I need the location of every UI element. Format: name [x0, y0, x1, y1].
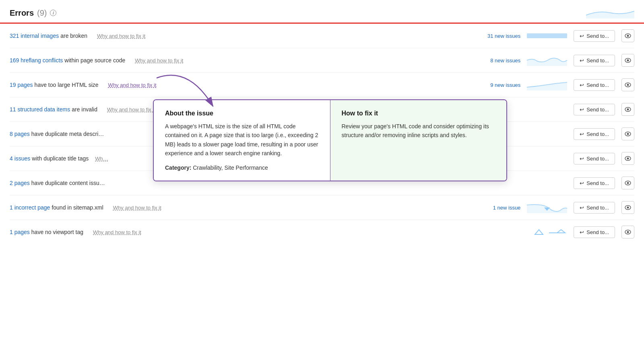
send-icon: ↩	[580, 229, 584, 235]
table-row: 1 pages have no viewport tag Why and how…	[10, 220, 634, 244]
new-issues-badge: 8 new issues	[480, 58, 520, 64]
send-button[interactable]: ↩ Send to...	[574, 202, 615, 214]
why-fix-link[interactable]: Why and how to fix it	[135, 58, 183, 64]
header-left: Errors (9) i	[10, 8, 56, 18]
send-button[interactable]: ↩ Send to...	[574, 79, 615, 91]
eye-icon	[625, 131, 631, 137]
row-issue-link[interactable]: 2 pages	[10, 180, 30, 186]
table-row: 19 pages have too large HTML size Why an…	[10, 73, 634, 97]
send-button[interactable]: ↩ Send to...	[574, 226, 615, 238]
row-right: ↩ Send to...	[506, 103, 634, 116]
row-issue-link[interactable]: 4 issues	[10, 155, 30, 162]
eye-button[interactable]	[621, 54, 634, 67]
svg-point-17	[627, 207, 629, 209]
svg-point-10	[627, 133, 629, 135]
send-icon: ↩	[580, 107, 584, 113]
row-plain-text: have duplicate content issu…	[31, 180, 105, 186]
header: Errors (9) i	[0, 0, 644, 18]
row-right: 31 new issues ↩ Send to...	[480, 29, 634, 42]
svg-point-4	[627, 60, 629, 62]
page-title: Errors	[10, 8, 34, 18]
eye-icon	[625, 229, 631, 235]
why-fix-link[interactable]: Why and how to fix it	[113, 205, 161, 211]
send-button[interactable]: ↩ Send to...	[574, 153, 615, 164]
row-plain-text: have duplicate meta descri…	[31, 131, 104, 137]
send-icon: ↩	[580, 180, 584, 186]
row-plain-text: within page source code	[64, 57, 125, 64]
error-count: (9)	[37, 8, 47, 18]
new-issues-badge: 9 new issues	[480, 82, 520, 88]
why-fix-link[interactable]: Wh…	[95, 156, 108, 162]
table-row: 321 internal images are broken Why and h…	[10, 24, 634, 48]
new-issues-badge: 1 new issue	[480, 205, 520, 211]
send-icon: ↩	[580, 156, 584, 162]
row-right: 1 new issue ↩ Send to...	[480, 201, 634, 214]
row-text: 321 internal images are broken Why and h…	[10, 33, 480, 39]
table-row: 169 hreflang conflicts within page sourc…	[10, 48, 634, 73]
row-plain-text: have no viewport tag	[31, 229, 83, 235]
send-label: Send to...	[586, 131, 609, 137]
send-icon: ↩	[580, 58, 584, 64]
send-label: Send to...	[586, 33, 609, 39]
tooltip-left-panel: About the issue A webpage's HTML size is…	[154, 100, 330, 181]
why-fix-link[interactable]: Why and how to fix it	[97, 33, 145, 39]
eye-button[interactable]	[621, 29, 634, 42]
svg-point-14	[627, 182, 629, 184]
send-button[interactable]: ↩ Send to...	[574, 177, 615, 189]
eye-button[interactable]	[621, 103, 634, 116]
send-icon: ↩	[580, 131, 584, 137]
eye-icon	[625, 155, 631, 162]
trend-chart	[527, 55, 567, 66]
svg-rect-0	[527, 33, 567, 38]
row-right: ↩ Send to...	[480, 226, 634, 238]
row-issue-link[interactable]: 169 hreflang conflicts	[10, 57, 63, 64]
row-issue-link[interactable]: 11 structured data items	[10, 106, 70, 113]
tooltip-about-body: A webpage's HTML size is the size of all…	[165, 122, 319, 158]
row-issue-link[interactable]: 1 incorrect page	[10, 204, 50, 211]
eye-button[interactable]	[621, 226, 634, 238]
row-plain-text: are invalid	[72, 106, 97, 113]
send-button[interactable]: ↩ Send to...	[574, 55, 615, 66]
trend-chart	[527, 202, 567, 213]
trend-chart	[527, 30, 567, 41]
eye-icon	[625, 106, 631, 113]
why-fix-link[interactable]: Why and how to fix it	[107, 107, 155, 113]
send-icon: ↩	[580, 82, 584, 88]
eye-button[interactable]	[621, 127, 634, 140]
row-issue-link[interactable]: 8 pages	[10, 131, 30, 137]
svg-point-8	[627, 109, 629, 111]
svg-point-12	[627, 158, 629, 160]
info-icon[interactable]: i	[50, 10, 56, 16]
eye-button[interactable]	[621, 78, 634, 91]
send-label: Send to...	[586, 229, 609, 235]
table-row: 1 incorrect page found in sitemap.xml Wh…	[10, 195, 634, 220]
row-text: 1 incorrect page found in sitemap.xml Wh…	[10, 204, 480, 211]
send-button[interactable]: ↩ Send to...	[574, 128, 615, 140]
svg-point-22	[627, 231, 629, 233]
eye-button[interactable]	[621, 177, 634, 189]
send-button[interactable]: ↩ Send to...	[574, 30, 615, 42]
new-issues-badge: 31 new issues	[480, 33, 520, 39]
eye-button[interactable]	[621, 152, 634, 165]
tooltip-about-heading: About the issue	[165, 110, 319, 117]
send-label: Send to...	[586, 107, 609, 113]
svg-marker-18	[535, 230, 543, 234]
row-right: ↩ Send to...	[506, 152, 634, 165]
why-fix-link[interactable]: Why and how to fix it	[108, 82, 157, 88]
tooltip-popup: About the issue A webpage's HTML size is…	[153, 99, 507, 181]
header-chart	[586, 7, 634, 18]
tooltip-right-panel: How to fix it Review your page's HTML co…	[330, 100, 507, 181]
eye-icon	[625, 204, 631, 211]
row-issue-link[interactable]: 321 internal images	[10, 33, 59, 39]
trend-chart	[527, 226, 567, 238]
why-fix-link[interactable]: Why and how to fix it	[93, 229, 141, 235]
send-button[interactable]: ↩ Send to...	[574, 104, 615, 115]
eye-button[interactable]	[621, 201, 634, 214]
row-right: 9 new issues ↩ Send to...	[480, 78, 634, 91]
send-icon: ↩	[580, 205, 584, 211]
send-label: Send to...	[586, 58, 609, 64]
row-issue-link[interactable]: 1 pages	[10, 229, 30, 235]
row-issue-link[interactable]: 19 pages	[10, 82, 33, 88]
eye-icon	[625, 180, 631, 186]
row-plain-text: are broken	[60, 33, 87, 39]
